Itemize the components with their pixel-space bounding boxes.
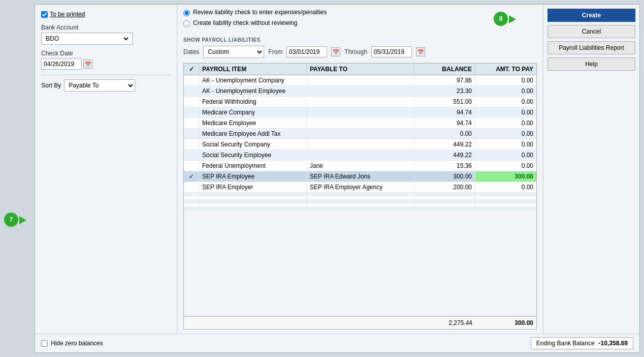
left-panel: To be printed Bank Account BDO Check Dat… xyxy=(35,5,177,334)
radio-create: Create liability check without reviewing xyxy=(183,19,537,27)
cell-payroll-item: Social Security Company xyxy=(199,139,307,150)
cell-payroll-item xyxy=(199,193,307,196)
table-row[interactable] xyxy=(184,193,536,196)
cell-balance xyxy=(414,207,475,210)
cell-payroll-item: Medicare Employee xyxy=(199,118,307,128)
table-row[interactable]: AK - Unemployment Employee23.300.00 xyxy=(184,86,536,97)
create-button[interactable]: Create xyxy=(548,9,635,22)
dates-row: Dates Custom From 📅 Through 📅 xyxy=(183,46,537,58)
cell-balance: 23.30 xyxy=(414,86,475,96)
cell-amt-to-pay: 0.00 xyxy=(475,118,536,128)
hide-zero-checkbox[interactable] xyxy=(41,340,48,347)
cell-amt-to-pay xyxy=(475,196,536,199)
table-row[interactable] xyxy=(184,200,536,203)
table-row[interactable] xyxy=(184,196,536,200)
cell-check xyxy=(184,193,199,196)
callout-8: 8 xyxy=(494,12,508,26)
header-payable-to: PAYABLE TO xyxy=(307,64,414,75)
table-header: ✓ PAYROLL ITEM PAYABLE TO BALANCE AMT. T… xyxy=(184,64,536,75)
ending-bank-balance-value: -10,358.69 xyxy=(599,340,628,347)
table-row[interactable]: Federal UnemploymentJane15.360.00 xyxy=(184,161,536,171)
cell-amt-to-pay: 0.00 xyxy=(475,139,536,150)
callout-7: 7 xyxy=(4,213,18,227)
from-label: From xyxy=(268,48,282,55)
table-body: AK - Unemployment Company97.860.00AK - U… xyxy=(184,75,536,316)
cell-balance: 551.00 xyxy=(414,97,475,107)
through-date-calendar-icon[interactable]: 📅 xyxy=(416,47,425,56)
to-be-printed-row: To be printed xyxy=(41,11,171,18)
table-row[interactable] xyxy=(184,203,536,207)
sort-by-select[interactable]: Payable To xyxy=(64,79,135,92)
through-date-input[interactable] xyxy=(371,46,412,57)
cell-check xyxy=(184,203,199,206)
cell-payable-to xyxy=(307,97,414,107)
cell-payroll-item xyxy=(199,203,307,206)
cell-amt-to-pay xyxy=(475,193,536,196)
table-row[interactable]: Medicare Employee Addl Tax0.000.00 xyxy=(184,129,536,139)
check-date-calendar-icon[interactable]: 📅 xyxy=(83,60,92,69)
cell-payroll-item: Medicare Employee Addl Tax xyxy=(199,129,307,139)
table-row[interactable]: Federal Withholding551.000.00 xyxy=(184,97,536,107)
bank-account-select-wrapper[interactable]: BDO xyxy=(41,33,133,45)
table-row[interactable]: SEP IRA EmployerSEP IRA Employer Agency2… xyxy=(184,182,536,193)
dates-label: Dates xyxy=(183,48,199,55)
bank-account-select[interactable]: BDO xyxy=(44,35,130,43)
cell-amt-to-pay: 0.00 xyxy=(475,86,536,96)
check-date-field: 📅 xyxy=(41,58,171,70)
from-date-calendar-icon[interactable]: 📅 xyxy=(331,47,340,56)
cell-balance xyxy=(414,193,475,196)
cell-payroll-item: AK - Unemployment Employee xyxy=(199,86,307,96)
cell-payroll-item: Federal Withholding xyxy=(199,97,307,107)
table-row[interactable]: ✓SEP IRA EmployeeSEP IRA Edward Jons300.… xyxy=(184,171,536,182)
cell-payable-to xyxy=(307,203,414,206)
cell-check xyxy=(184,97,199,107)
header-check: ✓ xyxy=(184,64,199,75)
cell-balance: 200.00 xyxy=(414,182,475,192)
cell-balance: 300.00 xyxy=(414,171,475,182)
footer-total-balance: 2,275.44 xyxy=(374,318,475,328)
cell-payroll-item: AK - Unemployment Company xyxy=(199,75,307,85)
table-row[interactable] xyxy=(184,207,536,211)
ending-balance-box: Ending Bank Balance -10,358.69 xyxy=(531,337,633,349)
cell-balance xyxy=(414,203,475,206)
footer-spacer xyxy=(184,318,374,328)
cell-payable-to xyxy=(307,75,414,85)
cell-check xyxy=(184,161,199,171)
from-date-input[interactable] xyxy=(286,46,327,57)
cell-payable-to xyxy=(307,207,414,210)
cell-amt-to-pay: 0.00 xyxy=(475,161,536,171)
cell-payable-to xyxy=(307,200,414,203)
payroll-liabilities-report-button[interactable]: Payroll Liabilities Report xyxy=(548,41,635,54)
help-button[interactable]: Help xyxy=(548,57,635,71)
check-date-input[interactable] xyxy=(41,58,82,70)
header-balance: BALANCE xyxy=(414,64,475,75)
cell-payroll-item: SEP IRA Employer xyxy=(199,182,307,192)
cell-check xyxy=(184,200,199,203)
cell-amt-to-pay: 0.00 xyxy=(475,97,536,107)
cell-check xyxy=(184,150,199,160)
radio-create-label: Create liability check without reviewing xyxy=(193,19,297,26)
radio-review-input[interactable] xyxy=(183,10,190,16)
cell-balance: 0.00 xyxy=(414,129,475,139)
radio-review: Review liability check to enter expenses… xyxy=(183,9,537,16)
dates-select[interactable]: Custom xyxy=(203,46,264,58)
to-be-printed-checkbox[interactable] xyxy=(41,11,48,18)
cell-payable-to: Jane xyxy=(307,161,414,171)
table-row[interactable]: Social Security Company449.220.00 xyxy=(184,139,536,150)
cell-check xyxy=(184,207,199,210)
cell-balance: 94.74 xyxy=(414,107,475,117)
cell-amt-to-pay xyxy=(475,200,536,203)
table-row[interactable]: Social Security Employee449.220.00 xyxy=(184,150,536,161)
cell-payable-to xyxy=(307,129,414,139)
cancel-button[interactable]: Cancel xyxy=(548,25,635,38)
table-row[interactable]: AK - Unemployment Company97.860.00 xyxy=(184,75,536,86)
cell-check xyxy=(184,86,199,96)
cell-payable-to: SEP IRA Employer Agency xyxy=(307,182,414,192)
header-amt-to-pay: AMT. TO PAY xyxy=(475,64,536,75)
cell-check xyxy=(184,182,199,192)
table-row[interactable]: Medicare Company94.740.00 xyxy=(184,107,536,118)
cell-payable-to xyxy=(307,139,414,150)
radio-create-input[interactable] xyxy=(183,20,190,27)
through-label: Through xyxy=(344,48,367,55)
table-row[interactable]: Medicare Employee94.740.00 xyxy=(184,118,536,129)
